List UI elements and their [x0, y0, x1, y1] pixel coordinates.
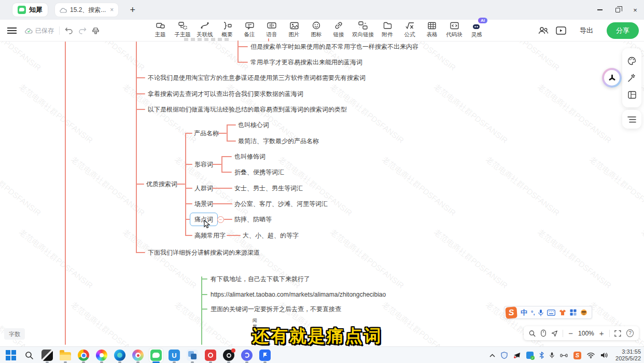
toolbar-item-image[interactable]: 图片: [285, 21, 303, 38]
taskbar-clock[interactable]: 3:31:55 2025/5/22: [615, 348, 641, 362]
presentation-icon[interactable]: [556, 26, 566, 35]
mindmap-node[interactable]: 不论我们是使用淘宝官方的生意参谋还是使用第三方软件查词都需要先有搜索词: [148, 74, 366, 82]
palette-icon[interactable]: [627, 57, 636, 65]
toolbar-item-subtopic[interactable]: 子主题: [174, 21, 191, 38]
ime-punctuation-toggle[interactable]: °,: [531, 310, 535, 316]
volume-icon[interactable]: [600, 352, 608, 358]
app-tab[interactable]: 知犀: [12, 3, 48, 17]
mindmap-node[interactable]: 女士、男士、男生等词汇: [234, 184, 303, 193]
ime-language-toggle[interactable]: 中: [521, 308, 527, 317]
mindmap-node[interactable]: 里面的关键词一定要拆开之后去查，不要直接查: [211, 305, 341, 314]
toolbar-item-link[interactable]: 链接: [330, 21, 347, 38]
toolbar-item-code-block[interactable]: 代码块: [445, 21, 463, 38]
toolbar-item-inspiration[interactable]: AI 灵感: [468, 21, 485, 38]
ime-emoji-icon[interactable]: [580, 309, 587, 316]
ime-microphone-icon[interactable]: [538, 309, 543, 316]
drag-mode-icon[interactable]: [541, 329, 546, 337]
new-tab-button[interactable]: +: [130, 5, 135, 16]
ime-skin-icon[interactable]: [559, 309, 566, 316]
mindmap-node[interactable]: 大、小、超、的等字: [243, 231, 299, 240]
magic-wand-icon[interactable]: [627, 74, 636, 82]
restore-button[interactable]: [609, 0, 626, 20]
toolbar-item-table[interactable]: 表格: [423, 21, 441, 38]
mindmap-node-quality[interactable]: 优质搜索词: [146, 180, 177, 189]
tray-update-app-icon[interactable]: ✓: [526, 352, 534, 359]
mindmap-node[interactable]: 办公室、客厅、沙滩、河里等词汇: [234, 200, 328, 208]
format-painter-icon[interactable]: [92, 27, 100, 35]
redo-icon[interactable]: [78, 27, 87, 34]
sogou-logo-icon[interactable]: S: [505, 306, 517, 318]
toolbar-item-bidirectional-link[interactable]: 双向链接: [352, 21, 374, 38]
mindmap-node[interactable]: 场景词: [194, 200, 213, 208]
close-window-button[interactable]: ×: [626, 0, 644, 20]
audio-device-icon[interactable]: [560, 353, 568, 358]
ime-keyboard-icon[interactable]: [547, 310, 555, 316]
toolbar-item-summary[interactable]: 概要: [218, 21, 236, 38]
mindmap-node-url[interactable]: https://alimarket.taobao.com/markets/ali…: [211, 291, 386, 298]
minimize-button[interactable]: [591, 0, 609, 20]
locate-icon[interactable]: [551, 330, 558, 337]
taskbar-obs[interactable]: [222, 348, 235, 362]
taskbar-app-squares[interactable]: [186, 348, 199, 362]
taskbar-chrome[interactable]: [77, 348, 90, 362]
ime-toolbox-icon[interactable]: [570, 309, 577, 316]
export-button[interactable]: 导出: [573, 23, 599, 38]
fullscreen-icon[interactable]: [614, 330, 621, 337]
taskbar-file-explorer[interactable]: [59, 348, 72, 362]
menu-icon[interactable]: [7, 27, 17, 34]
mindmap-node[interactable]: 以下是根据咱们做蓝海玩法经验总结的最容易查到蓝海词的搜索词的类型: [148, 105, 347, 114]
taskbar-media-app[interactable]: [131, 348, 145, 362]
mindmap-node[interactable]: 拿着搜索词去查词才可以查出符合我们要求数据的蓝海词: [148, 90, 303, 99]
layout-icon[interactable]: [628, 91, 636, 99]
taskbar-edge[interactable]: [113, 348, 127, 362]
ai-assistant-button[interactable]: [602, 68, 622, 88]
toolbar-item-attachment[interactable]: 附件: [379, 21, 396, 38]
tray-sogou-icon[interactable]: S: [573, 352, 581, 359]
tray-microphone-icon[interactable]: [550, 352, 554, 359]
mindmap-node[interactable]: 最简洁、字数最少的产品名称: [238, 137, 319, 146]
outline-icon[interactable]: [627, 116, 636, 123]
taskbar-color-wheel-app[interactable]: [95, 348, 108, 362]
bluetooth-icon[interactable]: [539, 352, 544, 359]
search-icon[interactable]: [529, 330, 536, 337]
mindmap-node[interactable]: 常用单字才更容易搜索出来能用的蓝海词: [250, 58, 362, 67]
taskbar-search-button[interactable]: [22, 348, 36, 362]
toolbar-item-relation-line[interactable]: 关联线: [196, 21, 214, 38]
mindmap-node[interactable]: 但是搜索单字时如果使用的是不常用字也一样搜索不出来内容: [250, 43, 418, 51]
mindmap-node[interactable]: 产品名称: [194, 129, 219, 138]
mindmap-node[interactable]: 有下载地址，自己去下载下来就行了: [211, 275, 310, 284]
defender-shield-icon[interactable]: [501, 352, 508, 359]
document-tab[interactable]: 15.2、搜索... ×: [55, 3, 118, 17]
mindmap-node[interactable]: 也叫核心词: [238, 121, 269, 130]
toolbar-item-note[interactable]: 备注: [241, 21, 258, 38]
toolbar-item-formula[interactable]: 公式: [401, 21, 418, 38]
zoom-out-button[interactable]: −: [568, 329, 573, 337]
zoom-in-button[interactable]: +: [599, 329, 604, 337]
wifi-icon[interactable]: [587, 353, 595, 358]
mindmap-node[interactable]: 折叠、便携等词汇: [234, 168, 284, 177]
start-button[interactable]: [4, 348, 18, 362]
taskbar-app-u[interactable]: U: [167, 348, 181, 362]
toolbar-item-voice[interactable]: 语音: [263, 21, 281, 38]
taskbar-app-flag[interactable]: [258, 348, 272, 362]
mindmap-node[interactable]: 人群词: [194, 184, 213, 193]
tray-expand-icon[interactable]: [489, 354, 495, 357]
word-count-badge[interactable]: 字数: [4, 328, 25, 340]
mindmap-node[interactable]: 下面我们详细拆分讲解搜索词的来源渠道: [148, 248, 260, 257]
toolbar-item-icon[interactable]: 图标: [307, 21, 325, 38]
close-tab-icon[interactable]: ×: [110, 6, 114, 13]
taskbar-photos-app[interactable]: [40, 348, 54, 362]
taskbar-zhixi-active[interactable]: [149, 348, 163, 362]
mindmap-node[interactable]: 形容词: [194, 160, 213, 169]
telegram-icon[interactable]: [513, 352, 521, 358]
toolbar-item-topic[interactable]: 主题: [151, 21, 169, 38]
undo-icon[interactable]: [65, 27, 73, 34]
collapse-toggle[interactable]: −: [217, 216, 224, 223]
share-button[interactable]: 分享: [607, 22, 639, 39]
mindmap-node[interactable]: 也叫修饰词: [234, 152, 265, 161]
taskbar-app-red[interactable]: [204, 348, 217, 362]
help-icon[interactable]: ?: [626, 329, 634, 337]
mindmap-node[interactable]: 高频常用字: [194, 231, 226, 240]
collaborate-icon[interactable]: [538, 26, 549, 35]
mindmap-node[interactable]: 防摔、防晒等: [234, 215, 272, 224]
